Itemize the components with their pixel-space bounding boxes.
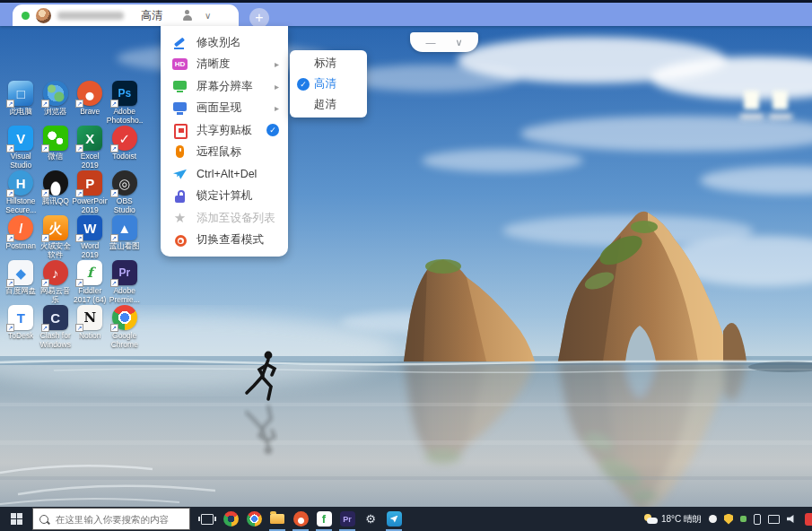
desktop-icon-vscode[interactable]: V↗Visual Studio Code — [4, 126, 39, 170]
menu-item-label: 清晰度 — [196, 57, 266, 72]
shortcut-arrow-badge: ↗ — [75, 279, 83, 287]
desktop-icon-brave-image: ↗ — [77, 81, 102, 106]
tray-volume-icon[interactable] — [787, 514, 798, 524]
taskbar-telegram[interactable] — [382, 507, 406, 531]
desktop-icon-clash[interactable]: C↗Clash for Windows — [39, 305, 74, 350]
desktop-icon-premiere[interactable]: Pr↗Adobe Premie... — [108, 260, 143, 305]
tray-phone-icon[interactable] — [754, 514, 761, 525]
desktop-icon-label: Visual Studio Code — [4, 152, 39, 170]
taskbar-color-wheel-icon[interactable] — [219, 507, 242, 531]
menu-item-remote-mouse[interactable]: 远程鼠标 — [161, 142, 288, 164]
menu-item-shared-clipboard[interactable]: 共享剪贴板✓ — [161, 119, 288, 142]
user-icon[interactable] — [181, 10, 193, 22]
tray-display-icon[interactable] — [768, 515, 780, 524]
task-view-icon — [201, 514, 214, 525]
menu-item-lock-computer[interactable]: 锁定计算机 — [161, 186, 288, 208]
menu-item-ctrl-alt-del[interactable]: Ctrl+Alt+Del — [161, 163, 288, 186]
submenu-item-label: 超清 — [314, 97, 336, 112]
icon-glyph: Ps — [118, 88, 131, 99]
shortcut-arrow-badge: ↗ — [110, 100, 118, 108]
desktop-icon-label: Fiddler 2017 (64) — [73, 287, 108, 305]
menu-item-screen-resolution[interactable]: 屏幕分辨率▸ — [161, 75, 288, 98]
desktop-icon-todesk-image: T↗ — [8, 305, 33, 330]
tray-notification-dot-icon[interactable] — [709, 515, 717, 523]
desktop-icon-baidu-netdisk[interactable]: ◆↗百度网盘 — [4, 260, 39, 305]
desktop-icon-photoshop[interactable]: Ps↗Adobe Photosho... — [108, 81, 143, 126]
desktop-icon-todoist[interactable]: ✓↗Todoist — [108, 126, 143, 170]
menu-item-switch-view-mode[interactable]: 切换查看模式 — [161, 230, 288, 252]
desktop-icon-postman[interactable]: /↗Postman — [4, 215, 39, 260]
desktop-icon-wechat-image: ↗ — [43, 126, 68, 151]
icon-glyph: f — [87, 266, 92, 280]
desktop-icon-wechat[interactable]: ↗微信 — [39, 126, 74, 170]
blurred-desktop-icon[interactable] — [744, 91, 759, 109]
checkmark-icon: ✓ — [297, 78, 310, 91]
taskbar-file-explorer[interactable] — [266, 507, 289, 531]
desktop-icon-fiddler-image: f↗ — [77, 260, 102, 285]
icon-glyph: Pr — [343, 515, 352, 524]
tray-security-shield-icon[interactable] — [724, 514, 733, 525]
taskbar-search[interactable] — [32, 508, 190, 530]
desktop-icon-premiere-image: Pr↗ — [112, 260, 137, 285]
taskbar-app-icons: fPr⚙ — [196, 507, 406, 531]
desktop-icon-netease-music[interactable]: ♪↗网易云音乐 — [39, 260, 74, 305]
menu-item-quality[interactable]: HD清晰度▸ — [161, 54, 288, 76]
tray-clipped-red-icon[interactable] — [805, 513, 812, 526]
taskbar-color-wheel-icon-image — [223, 511, 239, 527]
desktop-icon-label: Excel 2019 — [73, 152, 108, 170]
desktop-icon-hillstone-image: H↗ — [8, 170, 33, 196]
icon-glyph: 火 — [48, 222, 62, 235]
submenu-item-uhd[interactable]: 超清 — [290, 94, 367, 115]
taskbar-premiere[interactable]: Pr — [336, 507, 359, 531]
menu-item-rename-alias[interactable]: 修改别名 — [161, 31, 288, 54]
folder-icon — [270, 514, 284, 524]
taskbar-brave[interactable] — [289, 507, 312, 531]
start-button[interactable] — [0, 507, 32, 531]
desktop-icon-hillstone[interactable]: H↗Hillstone Secure... — [4, 170, 39, 215]
desktop-icon-powerpoint[interactable]: P↗PowerPoint 2019 — [73, 170, 108, 215]
menu-item-label: 添加至设备列表 — [196, 211, 279, 226]
desktop-icon-word[interactable]: W↗Word 2019 — [73, 215, 108, 260]
desktop-icon-this-pc[interactable]: □↗此电脑 — [4, 81, 39, 126]
icon-glyph: ◆ — [15, 266, 26, 280]
desktop-icon-notion[interactable]: N↗Notion — [73, 305, 108, 350]
shortcut-arrow-badge: ↗ — [41, 144, 49, 152]
menu-item-label: 屏幕分辨率 — [196, 79, 266, 94]
task-view-button[interactable] — [196, 507, 219, 531]
desktop-icon-chrome[interactable]: ↗Google Chrome — [108, 305, 143, 350]
desktop-icon-huorong-image: 火↗ — [43, 215, 68, 240]
session-tab[interactable]: 高清 ∨ — [13, 4, 239, 26]
menu-item-add-to-device-list: ★添加至设备列表 — [161, 207, 288, 230]
icon-glyph: T — [17, 311, 25, 325]
desktop-icon-brave[interactable]: ↗Brave — [73, 81, 108, 126]
blurred-desktop-icon[interactable] — [773, 91, 788, 109]
shortcut-arrow-badge: ↗ — [41, 324, 49, 332]
taskbar-fiddler[interactable]: f — [312, 507, 336, 531]
icon-glyph: ▲ — [118, 222, 131, 235]
chevron-down-icon[interactable]: ∨ — [205, 11, 211, 21]
desktop-icon-fiddler[interactable]: f↗Fiddler 2017 (64) — [73, 260, 108, 305]
add-session-button[interactable]: + — [249, 8, 269, 28]
desktop-icon-label: Postman — [5, 242, 36, 251]
taskbar-settings[interactable]: ⚙ — [359, 507, 382, 531]
desktop-icon-excel[interactable]: X↗Excel 2019 — [73, 126, 108, 170]
search-input[interactable] — [54, 513, 183, 526]
menu-item-display-mode[interactable]: 画面呈现▸ — [161, 98, 288, 120]
submenu-item-hd[interactable]: ✓高清 — [290, 74, 367, 94]
desktop-icon-obs[interactable]: ◎↗OBS Studio — [108, 170, 143, 215]
minimize-icon[interactable]: — — [425, 38, 435, 48]
tray-green-status-icon[interactable] — [740, 516, 747, 522]
desktop-icon-netease-music-image: ♪↗ — [43, 260, 68, 285]
shortcut-arrow-badge: ↗ — [6, 144, 14, 152]
taskbar-chrome-icon[interactable] — [242, 507, 266, 531]
taskbar: fPr⚙ 18°C 晴朗 — [0, 507, 812, 531]
desktop-icon-qq[interactable]: ↗腾讯QQ — [39, 170, 74, 215]
desktop-icon-todesk[interactable]: T↗ToDesk — [4, 305, 39, 350]
desktop-icon-browser-globe[interactable]: ↗浏览器 — [39, 81, 74, 126]
monitor-green-icon — [172, 79, 188, 94]
weather-widget[interactable]: 18°C 晴朗 — [644, 513, 702, 526]
collapse-chevron-icon[interactable]: ∨ — [455, 38, 462, 48]
submenu-item-sd[interactable]: 标清 — [290, 53, 367, 74]
desktop-icon-huorong[interactable]: 火↗火绒安全软件 — [39, 215, 74, 260]
desktop-icon-lanshan-viewer[interactable]: ▲↗蓝山看图 — [108, 215, 143, 260]
